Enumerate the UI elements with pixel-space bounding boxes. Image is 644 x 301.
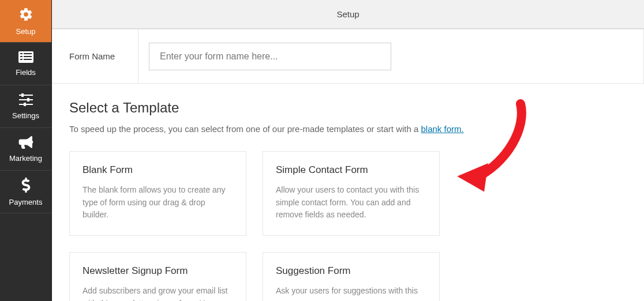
sidebar-item-label: Settings [12, 111, 39, 120]
top-bar: Setup [52, 0, 644, 29]
svg-rect-6 [24, 59, 32, 60]
template-section-desc-text: To speed up the process, you can select … [69, 124, 421, 134]
svg-rect-12 [24, 103, 26, 106]
sidebar-item-fields[interactable]: Fields [0, 43, 51, 85]
template-section-desc: To speed up the process, you can select … [69, 124, 627, 134]
svg-rect-4 [24, 56, 32, 57]
setup-panel: Form Name Select a Template To speed up … [52, 29, 644, 301]
sliders-icon [19, 93, 33, 108]
form-name-input[interactable] [149, 43, 391, 70]
svg-rect-7 [19, 95, 33, 96]
sidebar-item-label: Payments [9, 198, 43, 206]
sidebar-item-label: Fields [16, 68, 36, 77]
svg-rect-9 [19, 99, 33, 100]
template-card-desc: Allow your users to contact you with thi… [276, 184, 426, 221]
sidebar-item-label: Setup [16, 27, 36, 36]
template-section-title: Select a Template [69, 100, 627, 116]
sidebar-item-payments[interactable]: Payments [0, 171, 51, 213]
bullhorn-icon [18, 136, 33, 150]
template-grid: Blank Form The blank form allows you to … [69, 151, 627, 301]
sidebar-item-label: Marketing [9, 154, 42, 163]
template-card-title: Newsletter Signup Form [83, 265, 233, 277]
template-card-title: Simple Contact Form [276, 164, 426, 176]
template-card-desc: Ask your users for suggestions with this [276, 285, 426, 298]
app-root: Setup Fields Settings Marketing Payments [0, 0, 644, 301]
dollar-icon [21, 178, 31, 194]
form-name-row: Form Name [52, 29, 644, 84]
gear-icon [18, 7, 33, 24]
sidebar-item-marketing[interactable]: Marketing [0, 128, 51, 171]
svg-rect-2 [24, 53, 32, 54]
svg-rect-5 [20, 59, 23, 60]
template-card-desc: The blank form allows you to create any … [83, 184, 233, 221]
svg-rect-8 [21, 93, 24, 97]
svg-rect-1 [20, 53, 23, 54]
template-card-title: Suggestion Form [276, 265, 426, 277]
sidebar: Setup Fields Settings Marketing Payments [0, 0, 52, 301]
template-card-suggestion-form[interactable]: Suggestion Form Ask your users for sugge… [263, 252, 440, 301]
list-icon [18, 51, 33, 65]
sidebar-item-settings[interactable]: Settings [0, 85, 51, 128]
template-card-simple-contact-form[interactable]: Simple Contact Form Allow your users to … [263, 151, 440, 236]
template-section: Select a Template To speed up the proces… [52, 84, 644, 301]
svg-rect-3 [20, 56, 23, 57]
template-card-blank-form[interactable]: Blank Form The blank form allows you to … [69, 151, 246, 236]
main-panel: Setup Form Name Select a Template To spe… [52, 0, 644, 301]
form-name-input-wrap [138, 29, 643, 83]
template-card-title: Blank Form [83, 164, 233, 176]
blank-form-link[interactable]: blank form. [421, 124, 463, 134]
form-name-label: Form Name [52, 29, 138, 83]
sidebar-item-setup[interactable]: Setup [0, 0, 51, 43]
template-card-desc: Add subscribers and grow your email list… [83, 285, 233, 301]
top-bar-title: Setup [336, 9, 359, 19]
template-card-newsletter-signup[interactable]: Newsletter Signup Form Add subscribers a… [69, 252, 246, 301]
svg-rect-10 [27, 98, 29, 101]
